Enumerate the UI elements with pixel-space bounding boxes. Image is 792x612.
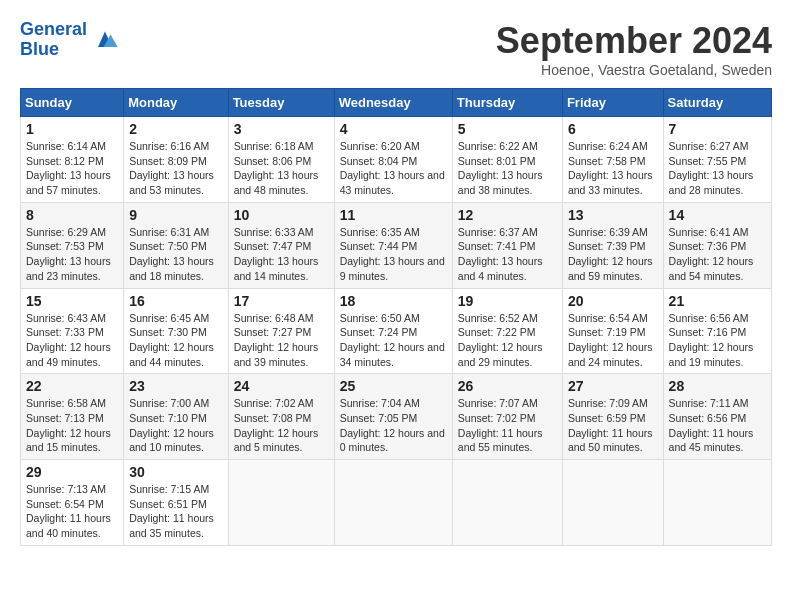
day-number: 27 [568,378,658,394]
page-header: GeneralBlue September 2024 Hoenoe, Vaest… [20,20,772,78]
day-detail: Sunrise: 7:07 AMSunset: 7:02 PMDaylight:… [458,397,543,453]
day-detail: Sunrise: 6:50 AMSunset: 7:24 PMDaylight:… [340,312,445,368]
table-row [228,460,334,546]
day-number: 16 [129,293,222,309]
day-number: 7 [669,121,766,137]
table-row: 20 Sunrise: 6:54 AMSunset: 7:19 PMDaylig… [562,288,663,374]
day-detail: Sunrise: 6:56 AMSunset: 7:16 PMDaylight:… [669,312,754,368]
day-detail: Sunrise: 6:18 AMSunset: 8:06 PMDaylight:… [234,140,319,196]
table-row: 26 Sunrise: 7:07 AMSunset: 7:02 PMDaylig… [452,374,562,460]
table-row: 1 Sunrise: 6:14 AMSunset: 8:12 PMDayligh… [21,117,124,203]
col-sunday: Sunday [21,89,124,117]
day-detail: Sunrise: 6:20 AMSunset: 8:04 PMDaylight:… [340,140,445,196]
day-number: 13 [568,207,658,223]
table-row: 9 Sunrise: 6:31 AMSunset: 7:50 PMDayligh… [124,202,228,288]
day-detail: Sunrise: 6:39 AMSunset: 7:39 PMDaylight:… [568,226,653,282]
table-row: 10 Sunrise: 6:33 AMSunset: 7:47 PMDaylig… [228,202,334,288]
day-number: 2 [129,121,222,137]
table-row: 23 Sunrise: 7:00 AMSunset: 7:10 PMDaylig… [124,374,228,460]
day-detail: Sunrise: 6:31 AMSunset: 7:50 PMDaylight:… [129,226,214,282]
table-row: 15 Sunrise: 6:43 AMSunset: 7:33 PMDaylig… [21,288,124,374]
table-row: 7 Sunrise: 6:27 AMSunset: 7:55 PMDayligh… [663,117,771,203]
table-row: 24 Sunrise: 7:02 AMSunset: 7:08 PMDaylig… [228,374,334,460]
logo-text: GeneralBlue [20,20,87,60]
day-number: 6 [568,121,658,137]
day-detail: Sunrise: 6:43 AMSunset: 7:33 PMDaylight:… [26,312,111,368]
table-row: 3 Sunrise: 6:18 AMSunset: 8:06 PMDayligh… [228,117,334,203]
table-row: 29 Sunrise: 7:13 AMSunset: 6:54 PMDaylig… [21,460,124,546]
day-detail: Sunrise: 6:14 AMSunset: 8:12 PMDaylight:… [26,140,111,196]
table-row: 17 Sunrise: 6:48 AMSunset: 7:27 PMDaylig… [228,288,334,374]
table-row [562,460,663,546]
table-row: 4 Sunrise: 6:20 AMSunset: 8:04 PMDayligh… [334,117,452,203]
day-number: 17 [234,293,329,309]
day-number: 30 [129,464,222,480]
day-detail: Sunrise: 6:54 AMSunset: 7:19 PMDaylight:… [568,312,653,368]
day-detail: Sunrise: 6:22 AMSunset: 8:01 PMDaylight:… [458,140,543,196]
col-friday: Friday [562,89,663,117]
day-number: 20 [568,293,658,309]
day-detail: Sunrise: 6:52 AMSunset: 7:22 PMDaylight:… [458,312,543,368]
day-number: 26 [458,378,557,394]
day-detail: Sunrise: 6:24 AMSunset: 7:58 PMDaylight:… [568,140,653,196]
day-number: 15 [26,293,118,309]
calendar-week-0: 1 Sunrise: 6:14 AMSunset: 8:12 PMDayligh… [21,117,772,203]
table-row: 21 Sunrise: 6:56 AMSunset: 7:16 PMDaylig… [663,288,771,374]
day-number: 5 [458,121,557,137]
day-number: 21 [669,293,766,309]
day-detail: Sunrise: 6:37 AMSunset: 7:41 PMDaylight:… [458,226,543,282]
day-detail: Sunrise: 7:15 AMSunset: 6:51 PMDaylight:… [129,483,214,539]
day-number: 10 [234,207,329,223]
table-row: 13 Sunrise: 6:39 AMSunset: 7:39 PMDaylig… [562,202,663,288]
table-row: 12 Sunrise: 6:37 AMSunset: 7:41 PMDaylig… [452,202,562,288]
table-row: 16 Sunrise: 6:45 AMSunset: 7:30 PMDaylig… [124,288,228,374]
day-detail: Sunrise: 6:45 AMSunset: 7:30 PMDaylight:… [129,312,214,368]
day-number: 18 [340,293,447,309]
calendar-week-3: 22 Sunrise: 6:58 AMSunset: 7:13 PMDaylig… [21,374,772,460]
calendar-week-4: 29 Sunrise: 7:13 AMSunset: 6:54 PMDaylig… [21,460,772,546]
col-saturday: Saturday [663,89,771,117]
calendar-week-1: 8 Sunrise: 6:29 AMSunset: 7:53 PMDayligh… [21,202,772,288]
table-row: 25 Sunrise: 7:04 AMSunset: 7:05 PMDaylig… [334,374,452,460]
table-row [334,460,452,546]
day-detail: Sunrise: 6:35 AMSunset: 7:44 PMDaylight:… [340,226,445,282]
day-detail: Sunrise: 6:48 AMSunset: 7:27 PMDaylight:… [234,312,319,368]
day-detail: Sunrise: 7:13 AMSunset: 6:54 PMDaylight:… [26,483,111,539]
day-number: 22 [26,378,118,394]
day-detail: Sunrise: 7:00 AMSunset: 7:10 PMDaylight:… [129,397,214,453]
title-area: September 2024 Hoenoe, Vaestra Goetaland… [496,20,772,78]
day-detail: Sunrise: 7:02 AMSunset: 7:08 PMDaylight:… [234,397,319,453]
logo: GeneralBlue [20,20,119,60]
table-row: 5 Sunrise: 6:22 AMSunset: 8:01 PMDayligh… [452,117,562,203]
table-row: 11 Sunrise: 6:35 AMSunset: 7:44 PMDaylig… [334,202,452,288]
table-row: 14 Sunrise: 6:41 AMSunset: 7:36 PMDaylig… [663,202,771,288]
day-number: 28 [669,378,766,394]
table-row: 30 Sunrise: 7:15 AMSunset: 6:51 PMDaylig… [124,460,228,546]
table-row: 19 Sunrise: 6:52 AMSunset: 7:22 PMDaylig… [452,288,562,374]
day-detail: Sunrise: 6:58 AMSunset: 7:13 PMDaylight:… [26,397,111,453]
logo-icon [91,26,119,54]
col-monday: Monday [124,89,228,117]
day-number: 11 [340,207,447,223]
table-row [663,460,771,546]
day-detail: Sunrise: 6:33 AMSunset: 7:47 PMDaylight:… [234,226,319,282]
day-detail: Sunrise: 6:16 AMSunset: 8:09 PMDaylight:… [129,140,214,196]
table-row: 28 Sunrise: 7:11 AMSunset: 6:56 PMDaylig… [663,374,771,460]
day-number: 1 [26,121,118,137]
day-number: 14 [669,207,766,223]
day-number: 4 [340,121,447,137]
table-row: 8 Sunrise: 6:29 AMSunset: 7:53 PMDayligh… [21,202,124,288]
day-number: 9 [129,207,222,223]
day-detail: Sunrise: 7:11 AMSunset: 6:56 PMDaylight:… [669,397,754,453]
location: Hoenoe, Vaestra Goetaland, Sweden [496,62,772,78]
day-number: 12 [458,207,557,223]
col-wednesday: Wednesday [334,89,452,117]
calendar-week-2: 15 Sunrise: 6:43 AMSunset: 7:33 PMDaylig… [21,288,772,374]
day-detail: Sunrise: 6:27 AMSunset: 7:55 PMDaylight:… [669,140,754,196]
table-row: 6 Sunrise: 6:24 AMSunset: 7:58 PMDayligh… [562,117,663,203]
col-tuesday: Tuesday [228,89,334,117]
header-row: Sunday Monday Tuesday Wednesday Thursday… [21,89,772,117]
table-row: 22 Sunrise: 6:58 AMSunset: 7:13 PMDaylig… [21,374,124,460]
day-detail: Sunrise: 6:29 AMSunset: 7:53 PMDaylight:… [26,226,111,282]
day-number: 25 [340,378,447,394]
